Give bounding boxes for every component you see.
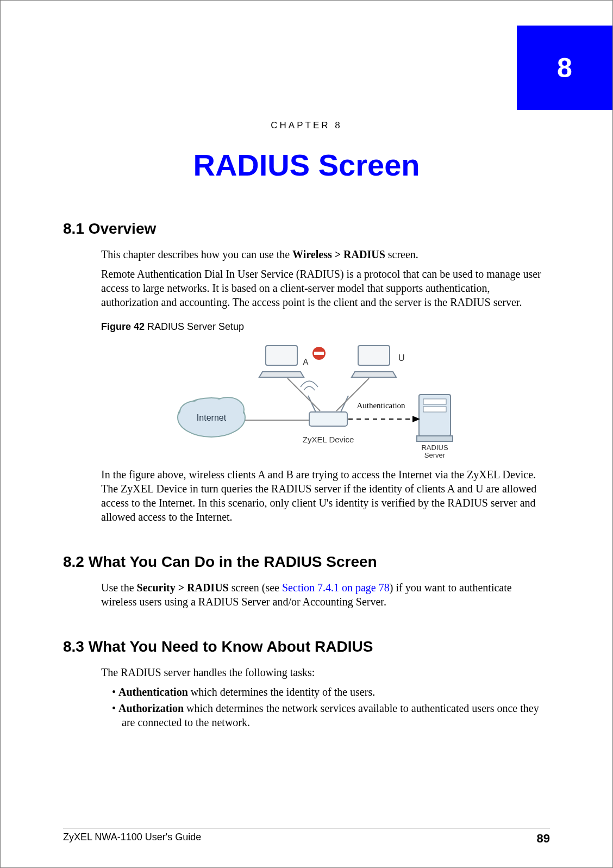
prohibit-icon <box>312 347 326 360</box>
text: Use the <box>101 582 137 594</box>
section-8-1-heading: 8.1 Overview <box>63 220 550 238</box>
chapter-label: CHAPTER 8 <box>1 120 612 131</box>
svg-rect-14 <box>423 399 446 404</box>
cross-ref-link[interactable]: Section 7.4.1 on page 78 <box>282 582 390 594</box>
figure-number: Figure 42 <box>101 321 145 332</box>
content-area: 8.1 Overview This chapter describes how … <box>63 220 550 732</box>
list-item: Authorization which determines the netwo… <box>112 701 550 729</box>
text: screen (see <box>229 582 282 594</box>
s83-p1: The RADIUS server handles the following … <box>101 665 550 679</box>
page-footer: ZyXEL NWA-1100 User's Guide 89 <box>63 828 550 846</box>
chapter-title: RADIUS Screen <box>1 147 612 183</box>
text: screen. <box>385 248 418 260</box>
chapter-number-tab: 8 <box>517 26 612 110</box>
svg-rect-15 <box>423 407 446 412</box>
text: which determines the identity of the use… <box>188 686 375 698</box>
zyxel-device-icon: ZyXEL Device <box>301 381 354 444</box>
radius-server-icon: RADIUS Server <box>417 395 453 459</box>
svg-rect-4 <box>309 412 347 426</box>
figure-title: RADIUS Server Setup <box>145 321 244 332</box>
authentication-arrow: Authentication <box>348 400 420 422</box>
radius-label-1: RADIUS <box>421 444 448 452</box>
chapter-number: 8 <box>557 52 572 84</box>
svg-rect-7 <box>266 346 297 365</box>
security-radius-menu: Security > RADIUS <box>137 582 229 594</box>
section-8-2-heading: 8.2 What You Can Do in the RADIUS Screen <box>63 553 550 571</box>
wireless-radius-menu: Wireless > RADIUS <box>292 248 385 260</box>
svg-line-5 <box>308 396 316 412</box>
laptop-u-icon: U <box>352 346 405 377</box>
text: which determines the network services av… <box>122 702 539 728</box>
label-a: A <box>303 358 309 367</box>
authentication-label: Authentication <box>356 401 405 410</box>
term-authorization: Authorization <box>118 702 184 714</box>
page-number: 89 <box>537 832 550 846</box>
s81-p1: This chapter describes how you can use t… <box>101 247 550 261</box>
svg-rect-10 <box>314 352 324 355</box>
s82-p1: Use the Security > RADIUS screen (see Se… <box>101 580 550 609</box>
svg-line-6 <box>341 396 348 412</box>
label-u: U <box>398 353 405 363</box>
term-authentication: Authentication <box>118 686 188 698</box>
s81-p3: In the figure above, wireless clients A … <box>101 467 550 524</box>
radius-label-2: Server <box>424 451 446 459</box>
figure-42-caption: Figure 42 RADIUS Server Setup <box>101 321 550 333</box>
figure-42: Internet ZyXEL Device <box>101 336 550 461</box>
list-item: Authentication which determines the iden… <box>112 685 550 699</box>
zyxel-device-label: ZyXEL Device <box>303 435 354 444</box>
laptop-a-icon: A <box>259 346 309 377</box>
s81-p2: Remote Authentication Dial In User Servi… <box>101 267 550 309</box>
svg-marker-12 <box>352 372 396 377</box>
page: 8 CHAPTER 8 RADIUS Screen 8.1 Overview T… <box>0 0 613 868</box>
doc-title: ZyXEL NWA-1100 User's Guide <box>63 832 201 846</box>
svg-rect-16 <box>417 436 453 441</box>
internet-label: Internet <box>197 413 227 422</box>
svg-marker-8 <box>259 372 304 377</box>
task-list: Authentication which determines the iden… <box>112 685 550 729</box>
svg-rect-11 <box>358 346 390 365</box>
section-8-3-heading: 8.3 What You Need to Know About RADIUS <box>63 638 550 655</box>
internet-cloud-icon: Internet <box>178 397 245 437</box>
text: This chapter describes how you can use t… <box>101 248 292 260</box>
radius-setup-diagram: Internet ZyXEL Device <box>173 336 478 461</box>
